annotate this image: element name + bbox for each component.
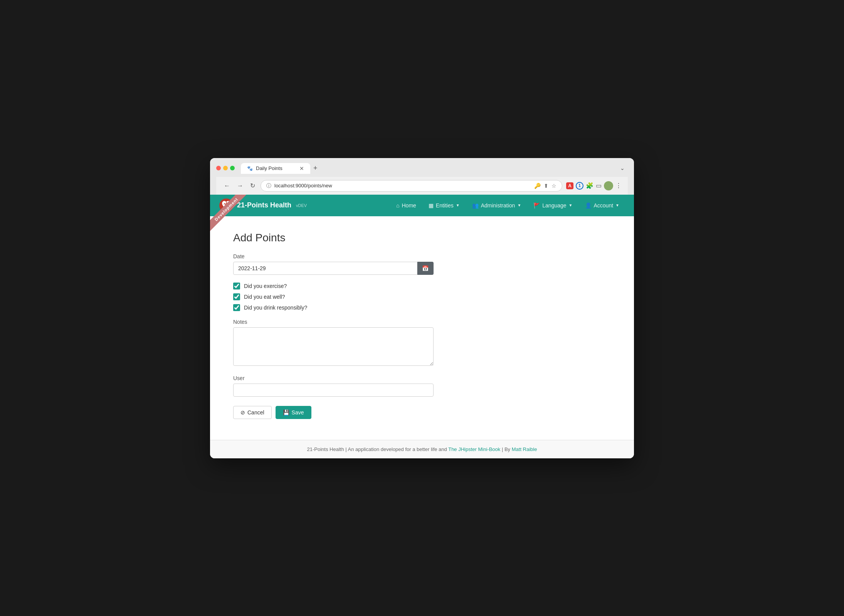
browser-titlebar: 🐾 Daily Points ✕ + ⌄ ← → ↻ ⓘ localhost:9… xyxy=(210,158,634,195)
traffic-lights xyxy=(216,166,235,170)
tabs-bar: 🐾 Daily Points ✕ + xyxy=(241,163,620,174)
main-content: Add Points Date 📅 Did you exercise? Did … xyxy=(210,216,634,440)
notes-form-group: Notes xyxy=(233,319,611,367)
date-label: Date xyxy=(233,253,611,259)
checkboxes-group: Did you exercise? Did you eat well? Did … xyxy=(233,283,611,311)
lock-icon: ⓘ xyxy=(266,182,271,189)
ext-1password-icon[interactable]: 1 xyxy=(576,182,583,190)
navbar-brand[interactable]: 21-Points Health vDEV xyxy=(219,199,307,212)
app-navbar: Development 21-Points Health vDEV ⌂ Home… xyxy=(210,195,634,216)
brand-version: vDEV xyxy=(296,203,307,208)
administration-icon: 👥 xyxy=(472,202,479,209)
entities-caret-icon: ▼ xyxy=(456,203,460,207)
notes-label: Notes xyxy=(233,319,611,325)
ext-puzzle-icon[interactable]: 🧩 xyxy=(586,182,593,189)
cancel-icon: ⊘ xyxy=(240,409,245,416)
brand-logo-icon xyxy=(219,199,233,212)
notes-textarea[interactable] xyxy=(233,327,434,366)
save-label: Save xyxy=(292,409,304,416)
user-input[interactable] xyxy=(233,384,434,397)
language-caret-icon: ▼ xyxy=(569,203,573,207)
exercise-checkbox[interactable] xyxy=(233,283,240,289)
footer-link-jhipster[interactable]: The JHipster Mini-Book xyxy=(448,446,500,452)
ext-a-icon[interactable]: A xyxy=(566,182,573,189)
browser-menu-icon[interactable]: ⋮ xyxy=(615,182,622,189)
app-footer: 21-Points Health | An application develo… xyxy=(210,440,634,458)
bookmark-icon: ☆ xyxy=(551,183,557,189)
minimize-button[interactable] xyxy=(223,166,228,170)
browser-urlbar: ← → ↻ ⓘ localhost:9000/points/new 🔑 ⬆ ☆ … xyxy=(216,177,628,195)
forward-button[interactable]: → xyxy=(235,181,245,191)
exercise-label[interactable]: Did you exercise? xyxy=(244,283,287,289)
brand-name: 21-Points Health xyxy=(237,201,291,209)
browser-tab[interactable]: 🐾 Daily Points ✕ xyxy=(241,163,310,174)
cancel-label: Cancel xyxy=(247,409,264,416)
calendar-button[interactable]: 📅 xyxy=(417,262,434,275)
nav-home-label: Home xyxy=(402,202,416,209)
share-icon: ⬆ xyxy=(544,183,548,189)
user-label: User xyxy=(233,375,611,381)
new-tab-button[interactable]: + xyxy=(310,163,321,174)
key-icon: 🔑 xyxy=(534,183,541,189)
calendar-icon: 📅 xyxy=(422,265,429,271)
date-form-group: Date 📅 xyxy=(233,253,611,275)
nav-administration-label: Administration xyxy=(481,202,515,209)
save-icon: 💾 xyxy=(283,409,289,416)
browser-window: 🐾 Daily Points ✕ + ⌄ ← → ↻ ⓘ localhost:9… xyxy=(210,158,634,458)
reload-button[interactable]: ↻ xyxy=(249,180,257,191)
ext-sidebar-icon[interactable]: ▭ xyxy=(596,182,602,189)
nav-account-label: Account xyxy=(594,202,614,209)
eat-well-checkbox[interactable] xyxy=(233,293,240,300)
administration-caret-icon: ▼ xyxy=(517,203,521,207)
user-form-group: User xyxy=(233,375,611,397)
eat-well-checkbox-item: Did you eat well? xyxy=(233,293,611,300)
language-icon: 🚩 xyxy=(533,202,540,209)
tab-close-button[interactable]: ✕ xyxy=(299,165,304,172)
form-actions: ⊘ Cancel 💾 Save xyxy=(233,406,611,419)
nav-item-language[interactable]: 🚩 Language ▼ xyxy=(528,199,578,212)
back-button[interactable]: ← xyxy=(222,181,232,191)
save-button[interactable]: 💾 Save xyxy=(276,406,311,419)
browser-extensions: A 1 🧩 ▭ ⋮ xyxy=(566,181,622,190)
drink-checkbox[interactable] xyxy=(233,304,240,311)
cancel-button[interactable]: ⊘ Cancel xyxy=(233,406,272,419)
home-icon: ⌂ xyxy=(396,202,399,209)
user-avatar[interactable] xyxy=(604,181,613,190)
nav-item-administration[interactable]: 👥 Administration ▼ xyxy=(467,199,527,212)
url-text: localhost:9000/points/new xyxy=(274,183,332,189)
nav-language-label: Language xyxy=(542,202,566,209)
url-bar-icons: 🔑 ⬆ ☆ xyxy=(534,183,557,189)
close-button[interactable] xyxy=(216,166,221,170)
eat-well-label[interactable]: Did you eat well? xyxy=(244,294,285,300)
footer-separator: | By xyxy=(502,446,512,452)
entities-icon: ▦ xyxy=(429,202,434,209)
maximize-button[interactable] xyxy=(230,166,235,170)
url-bar[interactable]: ⓘ localhost:9000/points/new 🔑 ⬆ ☆ xyxy=(261,180,562,192)
footer-link-author[interactable]: Matt Raible xyxy=(512,446,537,452)
tab-favicon: 🐾 xyxy=(247,166,253,171)
page-title: Add Points xyxy=(233,232,611,244)
footer-text: 21-Points Health | An application develo… xyxy=(307,446,449,452)
nav-item-entities[interactable]: ▦ Entities ▼ xyxy=(423,199,465,212)
account-caret-icon: ▼ xyxy=(615,203,619,207)
window-controls: ⌄ xyxy=(620,165,628,171)
navbar-nav: ⌂ Home ▦ Entities ▼ 👥 Administration ▼ 🚩… xyxy=(319,199,625,212)
nav-entities-label: Entities xyxy=(436,202,454,209)
nav-item-home[interactable]: ⌂ Home xyxy=(391,199,422,212)
date-input-wrapper: 📅 xyxy=(233,262,434,275)
date-input[interactable] xyxy=(233,262,417,275)
exercise-checkbox-item: Did you exercise? xyxy=(233,283,611,289)
nav-item-account[interactable]: 👤 Account ▼ xyxy=(580,199,625,212)
drink-label[interactable]: Did you drink responsibly? xyxy=(244,305,307,311)
tab-title: Daily Points xyxy=(256,165,282,171)
drink-checkbox-item: Did you drink responsibly? xyxy=(233,304,611,311)
account-icon: 👤 xyxy=(585,202,592,209)
